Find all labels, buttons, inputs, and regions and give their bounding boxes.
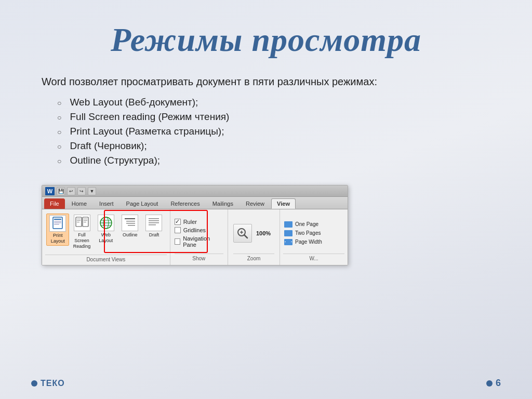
draft-btn[interactable]: Draft xyxy=(142,214,165,239)
print-layout-label: PrintLayout xyxy=(51,233,65,244)
slide-title: Режимы просмотра xyxy=(42,21,490,59)
full-screen-reading-label: Full ScreenReading xyxy=(71,232,92,249)
svg-rect-30 xyxy=(285,221,291,227)
gridlines-checkbox[interactable] xyxy=(175,227,181,233)
svg-rect-23 xyxy=(149,220,159,221)
view-modes-list: Web Layout (Веб-документ); Full Screen r… xyxy=(57,97,490,169)
window-content: One Page Two Pages xyxy=(283,212,344,254)
page-width-icon xyxy=(284,239,292,245)
document-views-section: PrintLayout xyxy=(42,209,170,265)
qat-icon: ▼ xyxy=(88,187,96,195)
ribbon-screenshot: W 💾 ↩ ↪ ▼ File Home Insert Page Layout R… xyxy=(42,185,348,265)
one-page-btn[interactable]: One Page xyxy=(283,221,344,228)
svg-rect-33 xyxy=(285,240,292,244)
svg-rect-4 xyxy=(54,224,59,225)
outline-btn[interactable]: Outline xyxy=(118,214,141,239)
web-layout-btn[interactable]: WebLayout xyxy=(95,214,117,245)
one-page-icon xyxy=(284,221,292,228)
svg-rect-3 xyxy=(54,222,61,223)
footer-logo: ТЕКО xyxy=(31,379,65,388)
svg-rect-7 xyxy=(77,219,81,219)
zoom-percent-value: 100% xyxy=(256,230,271,236)
two-pages-btn[interactable]: Two Pages xyxy=(283,230,344,237)
zoom-section-label: Zoom xyxy=(233,254,274,262)
undo-qat-icon: ↩ xyxy=(67,187,75,195)
slide: Режимы просмотра Word позволяет просматр… xyxy=(0,0,532,399)
footer-page-number: 6 xyxy=(496,378,501,389)
zoom-section: 100% Zoom xyxy=(228,209,280,265)
svg-rect-11 xyxy=(84,220,87,221)
tab-mailings[interactable]: Mailings xyxy=(207,198,239,209)
full-screen-reading-btn[interactable]: Full ScreenReading xyxy=(70,214,93,250)
footer-dot-icon xyxy=(31,380,37,387)
outline-icon xyxy=(122,215,138,231)
list-item-5: Outline (Структура); xyxy=(57,155,490,166)
ruler-label: Ruler xyxy=(183,219,197,225)
svg-rect-8 xyxy=(77,220,81,221)
svg-rect-9 xyxy=(77,222,79,222)
ruler-checkbox-row: ✓ Ruler xyxy=(175,219,223,225)
list-item-2: Full Screen reading (Режим чтения) xyxy=(57,111,490,123)
list-item-3: Print Layout (Разметка страницы); xyxy=(57,126,490,137)
ruler-checkbox[interactable]: ✓ xyxy=(175,219,181,225)
tab-review[interactable]: Review xyxy=(240,198,270,209)
nav-pane-checkbox-row: Navigation Pane xyxy=(175,235,223,248)
document-views-content: PrintLayout xyxy=(45,211,167,255)
tab-view[interactable]: View xyxy=(271,198,296,209)
page-width-btn[interactable]: Page Width xyxy=(283,238,344,246)
nav-pane-checkbox[interactable] xyxy=(175,238,181,245)
tab-page-layout[interactable]: Page Layout xyxy=(121,198,164,209)
footer: ТЕКО 6 xyxy=(31,378,501,389)
svg-rect-12 xyxy=(84,222,86,222)
draft-label: Draft xyxy=(149,232,159,238)
show-content: ✓ Ruler Gridlines Navigation Pane xyxy=(175,212,223,254)
one-page-label: One Page xyxy=(295,221,318,227)
zoom-percent-col: 100% xyxy=(256,230,271,236)
nav-pane-label: Navigation Pane xyxy=(183,235,223,248)
gridlines-label: Gridlines xyxy=(183,227,206,233)
two-pages-icon xyxy=(284,230,292,236)
svg-rect-22 xyxy=(149,218,159,219)
svg-rect-24 xyxy=(149,222,159,223)
doc-views-section-label: Document Views xyxy=(45,255,167,263)
svg-rect-2 xyxy=(54,221,61,222)
svg-rect-18 xyxy=(125,218,135,219)
svg-rect-21 xyxy=(128,225,135,226)
window-section: One Page Two Pages xyxy=(280,209,348,265)
print-layout-btn[interactable]: PrintLayout xyxy=(46,214,69,246)
outline-label: Outline xyxy=(123,232,138,238)
svg-rect-19 xyxy=(126,221,135,222)
svg-rect-10 xyxy=(84,219,87,219)
svg-rect-25 xyxy=(149,224,156,225)
tab-file[interactable]: File xyxy=(44,198,65,209)
web-layout-label: WebLayout xyxy=(99,232,113,244)
ribbon-tab-bar: File Home Insert Page Layout References … xyxy=(42,197,348,209)
zoom-content: 100% xyxy=(233,212,274,254)
list-item-1: Web Layout (Веб-документ); xyxy=(57,97,490,108)
draft-icon xyxy=(145,215,162,231)
ribbon-body: PrintLayout xyxy=(42,209,348,265)
show-section: ✓ Ruler Gridlines Navigation Pane Show xyxy=(170,209,228,265)
redo-qat-icon: ↪ xyxy=(77,187,86,195)
zoom-button[interactable] xyxy=(233,224,252,243)
footer-page: 6 xyxy=(486,378,501,389)
window-section-label: W... xyxy=(283,254,344,262)
page-width-label: Page Width xyxy=(295,239,322,245)
full-screen-reading-icon xyxy=(74,215,90,231)
print-layout-icon xyxy=(49,215,66,232)
svg-rect-1 xyxy=(54,219,61,220)
tab-home[interactable]: Home xyxy=(66,198,92,209)
show-section-label: Show xyxy=(175,254,223,262)
footer-page-dot-icon xyxy=(486,380,493,387)
svg-rect-20 xyxy=(126,223,135,224)
svg-line-27 xyxy=(244,235,247,238)
tab-insert[interactable]: Insert xyxy=(94,198,119,209)
word-logo-icon: W xyxy=(45,187,55,195)
two-pages-label: Two Pages xyxy=(295,230,321,236)
save-qat-icon: 💾 xyxy=(57,187,65,195)
gridlines-checkbox-row: Gridlines xyxy=(175,227,223,233)
ribbon-titlebar: W 💾 ↩ ↪ ▼ xyxy=(42,185,348,197)
svg-rect-32 xyxy=(289,230,292,236)
list-item-4: Draft (Черновик); xyxy=(57,140,490,152)
tab-references[interactable]: References xyxy=(165,198,205,209)
